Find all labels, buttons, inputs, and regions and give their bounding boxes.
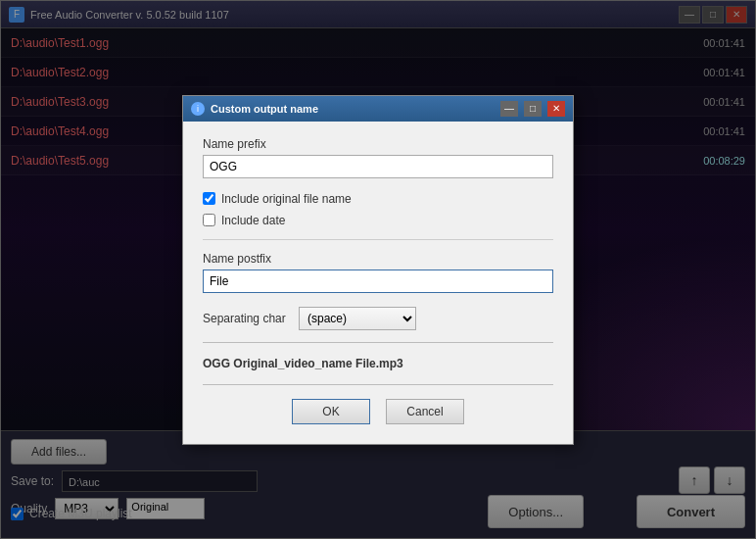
- name-prefix-input[interactable]: [203, 155, 553, 178]
- dialog-maximize-button[interactable]: □: [524, 101, 542, 117]
- separating-char-row: Separating char (space) _ -: [203, 307, 553, 330]
- separating-char-select[interactable]: (space) _ -: [299, 307, 416, 330]
- include-date-row: Include date: [203, 214, 553, 227]
- separating-char-label: Separating char: [203, 312, 291, 325]
- separator-1: [203, 239, 553, 240]
- include-original-label: Include original file name: [221, 192, 352, 206]
- dialog-title: Custom output name: [211, 103, 495, 115]
- dialog-close-button[interactable]: ✕: [547, 101, 565, 117]
- name-prefix-label: Name prefix: [203, 137, 553, 151]
- name-postfix-input[interactable]: [203, 270, 553, 293]
- name-prefix-group: Name prefix: [203, 137, 553, 178]
- include-original-row: Include original file name: [203, 192, 553, 206]
- ok-button[interactable]: OK: [292, 399, 370, 424]
- app-window: F Free Audio Converter v. 5.0.52 build 1…: [0, 0, 756, 539]
- dialog-icon: i: [191, 102, 205, 116]
- name-postfix-group: Name postfix: [203, 252, 553, 293]
- dialog-buttons: OK Cancel: [203, 399, 553, 428]
- modal-overlay: i Custom output name — □ ✕ Name prefix I…: [1, 1, 755, 538]
- dialog-separator-2: [203, 384, 553, 385]
- preview-text: OGG Original_video_name File.mp3: [203, 357, 553, 370]
- name-postfix-label: Name postfix: [203, 252, 553, 266]
- cancel-button[interactable]: Cancel: [386, 399, 464, 424]
- dialog-minimize-button[interactable]: —: [500, 101, 518, 117]
- include-date-label: Include date: [221, 214, 285, 227]
- custom-output-dialog: i Custom output name — □ ✕ Name prefix I…: [182, 95, 574, 445]
- dialog-body: Name prefix Include original file name I…: [183, 122, 573, 444]
- dialog-separator: [203, 342, 553, 343]
- dialog-title-bar: i Custom output name — □ ✕: [183, 96, 573, 122]
- include-original-checkbox[interactable]: [203, 192, 215, 205]
- include-date-checkbox[interactable]: [203, 214, 215, 226]
